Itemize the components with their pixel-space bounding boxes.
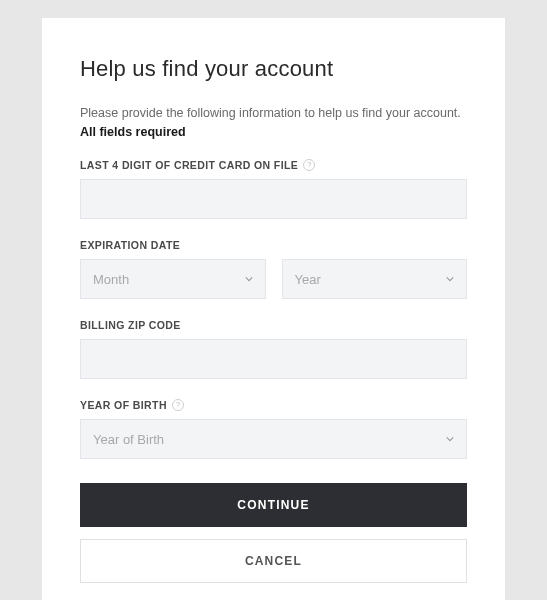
field-expiration: EXPIRATION DATE Month Year <box>80 239 467 299</box>
page-title: Help us find your account <box>80 56 467 82</box>
label-row: LAST 4 DIGIT OF CREDIT CARD ON FILE ? <box>80 159 467 171</box>
label-row: BILLING ZIP CODE <box>80 319 467 331</box>
cancel-label: CANCEL <box>245 554 302 568</box>
last4-label: LAST 4 DIGIT OF CREDIT CARD ON FILE <box>80 159 298 171</box>
chevron-down-icon <box>245 275 253 283</box>
help-icon[interactable]: ? <box>172 399 184 411</box>
field-zip: BILLING ZIP CODE <box>80 319 467 379</box>
label-row: YEAR OF BIRTH ? <box>80 399 467 411</box>
zip-input[interactable] <box>80 339 467 379</box>
help-icon[interactable]: ? <box>303 159 315 171</box>
month-select[interactable]: Month <box>80 259 266 299</box>
expiration-row: Month Year <box>80 259 467 299</box>
description: Please provide the following information… <box>80 104 467 123</box>
cancel-button[interactable]: CANCEL <box>80 539 467 583</box>
label-row: EXPIRATION DATE <box>80 239 467 251</box>
last4-input[interactable] <box>80 179 467 219</box>
form-card: Help us find your account Please provide… <box>42 18 505 600</box>
birth-select[interactable]: Year of Birth <box>80 419 467 459</box>
zip-label: BILLING ZIP CODE <box>80 319 181 331</box>
continue-button[interactable]: CONTINUE <box>80 483 467 527</box>
month-placeholder: Month <box>93 272 129 287</box>
chevron-down-icon <box>446 275 454 283</box>
year-select[interactable]: Year <box>282 259 468 299</box>
continue-label: CONTINUE <box>237 498 309 512</box>
birth-placeholder: Year of Birth <box>93 432 164 447</box>
birth-label: YEAR OF BIRTH <box>80 399 167 411</box>
field-birth: YEAR OF BIRTH ? Year of Birth <box>80 399 467 459</box>
expiration-label: EXPIRATION DATE <box>80 239 180 251</box>
chevron-down-icon <box>446 435 454 443</box>
field-last4: LAST 4 DIGIT OF CREDIT CARD ON FILE ? <box>80 159 467 219</box>
year-placeholder: Year <box>295 272 321 287</box>
required-note: All fields required <box>80 125 467 139</box>
